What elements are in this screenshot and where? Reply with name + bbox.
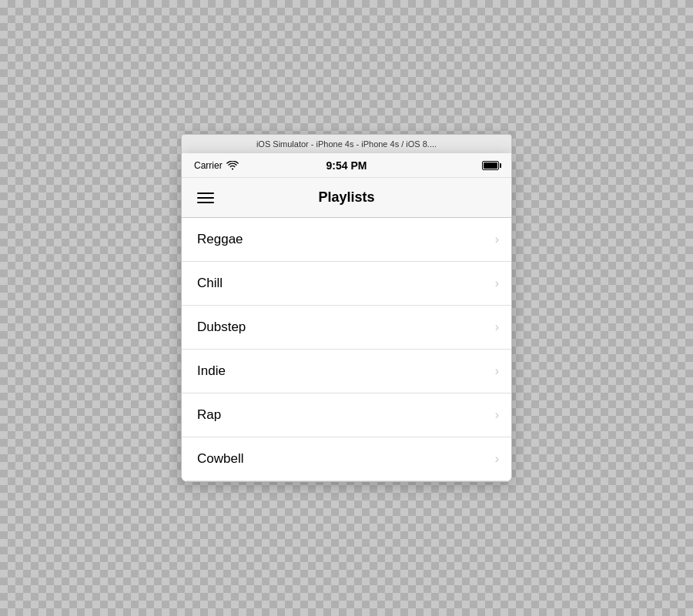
- chevron-right-icon: ›: [495, 408, 499, 422]
- playlist-name: Reggae: [197, 232, 243, 247]
- status-right: [482, 161, 499, 170]
- simulator-title-text: iOS Simulator - iPhone 4s - iPhone 4s / …: [256, 139, 437, 149]
- playlist-item[interactable]: Chill›: [182, 262, 511, 306]
- playlist-name: Indie: [197, 363, 226, 379]
- battery-fill: [484, 162, 497, 169]
- playlist-item[interactable]: Indie›: [182, 350, 511, 393]
- status-time: 9:54 PM: [326, 159, 367, 172]
- chevron-right-icon: ›: [495, 276, 499, 290]
- chevron-right-icon: ›: [495, 364, 499, 378]
- status-bar: Carrier 9:54 PM: [182, 153, 511, 178]
- playlist-item[interactable]: Cowbell›: [182, 437, 511, 481]
- carrier-label: Carrier: [194, 160, 223, 171]
- chevron-right-icon: ›: [495, 452, 499, 466]
- phone-frame: Carrier 9:54 PM P: [181, 153, 512, 482]
- page-title: Playlists: [318, 189, 374, 206]
- simulator-title-bar: iOS Simulator - iPhone 4s - iPhone 4s / …: [181, 134, 512, 153]
- playlist-item[interactable]: Dubstep›: [182, 306, 511, 350]
- playlist-item[interactable]: Rap›: [182, 393, 511, 437]
- hamburger-button[interactable]: [194, 189, 217, 206]
- battery-icon: [482, 161, 499, 170]
- playlist-list: Reggae›Chill›Dubstep›Indie›Rap›Cowbell›: [182, 218, 511, 481]
- chevron-right-icon: ›: [495, 320, 499, 334]
- status-left: Carrier: [194, 160, 239, 171]
- playlist-name: Cowbell: [197, 451, 243, 467]
- simulator-wrapper: iOS Simulator - iPhone 4s - iPhone 4s / …: [181, 134, 512, 482]
- playlist-name: Chill: [197, 276, 223, 291]
- chevron-right-icon: ›: [495, 233, 499, 246]
- hamburger-line-2: [197, 197, 214, 199]
- hamburger-line-3: [197, 202, 214, 203]
- playlist-name: Rap: [197, 407, 221, 423]
- playlist-name: Dubstep: [197, 320, 246, 335]
- nav-bar: Playlists: [182, 178, 511, 218]
- playlist-item[interactable]: Reggae›: [182, 218, 511, 262]
- hamburger-line-1: [197, 192, 214, 194]
- wifi-icon: [226, 161, 239, 170]
